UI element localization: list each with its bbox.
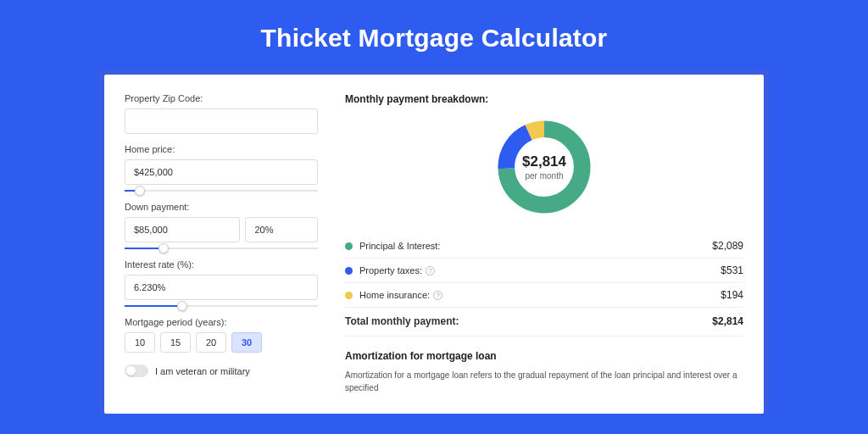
legend-label-insurance: Home insurance: ? <box>359 290 721 300</box>
calculator-card-outer: Property Zip Code: Home price: Down paym… <box>99 70 769 414</box>
legend-dot-taxes <box>345 267 353 275</box>
donut-center-amount: $2,814 <box>522 153 566 170</box>
down-payment-label: Down payment: <box>125 202 318 212</box>
legend-value-total: $2,814 <box>712 315 743 327</box>
interest-label: Interest rate (%): <box>125 259 318 270</box>
period-option-15[interactable]: 15 <box>160 332 191 353</box>
interest-slider-thumb[interactable] <box>177 301 187 311</box>
legend-row-taxes: Property taxes: ? $531 <box>345 259 743 283</box>
down-payment-pct-input[interactable] <box>245 217 318 242</box>
amortization-text: Amortization for a mortgage loan refers … <box>345 369 743 394</box>
legend-label-total: Total monthly payment: <box>345 315 712 327</box>
legend-label-taxes: Property taxes: ? <box>359 265 721 275</box>
down-payment-slider[interactable] <box>125 248 318 249</box>
period-options: 10 15 20 30 <box>125 332 318 353</box>
legend: Principal & Interest: $2,089 Property ta… <box>345 234 743 337</box>
veteran-label: I am veteran or military <box>155 366 250 376</box>
breakdown-title: Monthly payment breakdown: <box>345 93 743 105</box>
period-option-20[interactable]: 20 <box>196 332 226 353</box>
period-option-30[interactable]: 30 <box>231 332 262 353</box>
down-payment-input[interactable] <box>125 217 240 242</box>
legend-dot-principal <box>345 242 353 250</box>
interest-slider-fill <box>125 305 182 307</box>
zip-input[interactable] <box>125 108 318 134</box>
field-veteran: I am veteran or military <box>125 364 318 377</box>
calculator-card: Property Zip Code: Home price: Down paym… <box>104 75 764 414</box>
help-icon[interactable]: ? <box>433 291 442 300</box>
period-label: Mortgage period (years): <box>125 317 318 327</box>
legend-row-principal: Principal & Interest: $2,089 <box>345 234 743 259</box>
legend-label-principal: Principal & Interest: <box>359 241 712 251</box>
form-panel: Property Zip Code: Home price: Down paym… <box>104 75 331 414</box>
legend-dot-insurance <box>345 292 353 299</box>
down-payment-slider-thumb[interactable] <box>159 243 169 253</box>
field-zip: Property Zip Code: <box>125 93 318 134</box>
home-price-slider[interactable] <box>125 190 318 192</box>
page-title: Thicket Mortgage Calculator <box>0 0 868 70</box>
field-period: Mortgage period (years): 10 15 20 30 <box>125 317 318 353</box>
legend-value-taxes: $531 <box>721 264 743 276</box>
interest-slider[interactable] <box>125 305 318 307</box>
field-interest: Interest rate (%): <box>125 259 318 307</box>
legend-value-insurance: $194 <box>721 289 743 301</box>
donut-chart-wrap: $2,814 per month <box>345 112 743 231</box>
field-down-payment: Down payment: <box>125 202 318 249</box>
donut-chart: $2,814 per month <box>494 117 594 217</box>
period-option-10[interactable]: 10 <box>125 332 155 353</box>
breakdown-panel: Monthly payment breakdown: $2,814 per mo… <box>331 75 764 414</box>
home-price-slider-thumb[interactable] <box>135 186 145 196</box>
legend-row-total: Total monthly payment: $2,814 <box>345 308 743 337</box>
interest-input[interactable] <box>125 275 318 300</box>
amortization-title: Amortization for mortgage loan <box>345 350 743 362</box>
donut-center: $2,814 per month <box>494 117 594 217</box>
veteran-toggle[interactable] <box>125 364 148 377</box>
zip-label: Property Zip Code: <box>125 93 318 103</box>
donut-center-sub: per month <box>525 171 563 181</box>
help-icon[interactable]: ? <box>426 266 435 275</box>
home-price-input[interactable] <box>125 159 318 185</box>
home-price-label: Home price: <box>125 144 318 154</box>
field-home-price: Home price: <box>125 144 318 192</box>
legend-row-insurance: Home insurance: ? $194 <box>345 283 743 308</box>
legend-value-principal: $2,089 <box>712 240 743 252</box>
